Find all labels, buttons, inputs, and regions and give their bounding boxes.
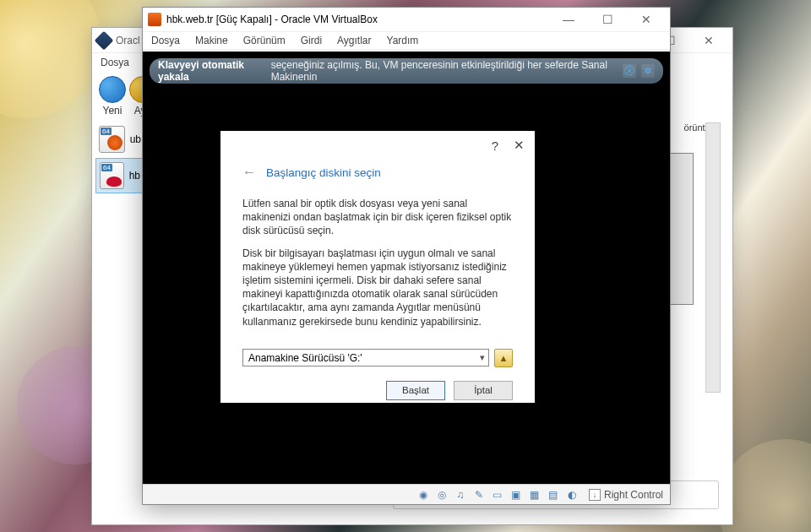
vm-item-hbk[interactable]: hb — [95, 158, 144, 193]
start-button[interactable]: Başlat — [386, 381, 445, 400]
display-icon[interactable]: ▣ — [509, 488, 523, 502]
menu-file[interactable]: Dosya — [101, 57, 129, 68]
arrow-down-icon: ↓ — [589, 489, 601, 501]
star-icon — [99, 76, 126, 103]
audio-icon[interactable]: ♫ — [454, 488, 467, 502]
browse-disk-button[interactable]: ▲ — [494, 349, 513, 367]
instruction-p1: Lütfen sanal bir optik disk dosyası veya… — [242, 197, 513, 238]
vm-list: ub hb — [95, 122, 144, 195]
vm-icon — [148, 13, 161, 26]
dialog-body: Lütfen sanal bir optik disk dosyası veya… — [220, 188, 535, 349]
close-button[interactable]: ✕ — [628, 8, 665, 31]
startup-disk-dialog: ? ✕ ← Başlangıç diskini seçin Lütfen san… — [220, 131, 535, 403]
menu-aygitlar[interactable]: Aygıtlar — [337, 35, 371, 46]
back-arrow-icon[interactable]: ← — [242, 165, 256, 180]
ubuntu-icon — [99, 126, 125, 153]
close-button[interactable]: ✕ — [514, 138, 525, 153]
statusbar: ◉ ◎ ♫ ✎ ▭ ▣ ▦ ▤ ◐ ↓ Right Control — [143, 484, 670, 504]
optical-icon[interactable]: ◎ — [435, 488, 449, 502]
host-key-indicator[interactable]: ↓ Right Control — [589, 489, 663, 501]
maximize-button[interactable]: ☐ — [589, 8, 626, 31]
vm-item-ubuntu[interactable]: ub — [95, 122, 144, 156]
scrollbar[interactable] — [705, 122, 721, 393]
window-title: hbk.web.tr [Güç Kapalı] - Oracle VM Virt… — [166, 14, 550, 25]
help-button[interactable]: ? — [492, 138, 498, 153]
minimize-button[interactable]: — — [550, 8, 587, 31]
redhat-icon — [100, 162, 124, 189]
dismiss-icon[interactable]: ⓧ — [623, 64, 636, 78]
folder-icon[interactable]: ▭ — [491, 488, 504, 502]
suppress-icon[interactable]: ✲ — [641, 64, 655, 78]
cancel-button[interactable]: İptal — [454, 381, 513, 400]
disk-dropdown[interactable]: Anamakine Sürücüsü 'G:' — [242, 349, 489, 366]
menu-yardim[interactable]: Yardım — [387, 35, 419, 46]
instruction-p2: Disk bir bilgisayarı başlatması için uyg… — [242, 247, 513, 328]
dialog-titlebar: ? ✕ — [220, 131, 535, 160]
record-icon[interactable]: ▤ — [547, 488, 560, 502]
network-icon[interactable]: ▦ — [528, 488, 542, 502]
menu-gorunum[interactable]: Görünüm — [243, 35, 286, 46]
menu-makine[interactable]: Makine — [195, 35, 228, 46]
new-vm-button[interactable]: Yeni — [99, 76, 126, 117]
vm-window: hbk.web.tr [Güç Kapalı] - Oracle VM Virt… — [142, 7, 671, 505]
usb-icon[interactable]: ✎ — [472, 488, 486, 502]
virtualbox-icon — [95, 30, 114, 50]
notification-bar: Klavyeyi otomatik yakala seçeneğiniz açı… — [150, 58, 663, 84]
dialog-title: Başlangıç diskini seçin — [266, 166, 381, 179]
close-button[interactable]: ✕ — [690, 29, 727, 52]
harddisk-icon[interactable]: ◉ — [416, 488, 430, 502]
menu-dosya[interactable]: Dosya — [151, 35, 180, 46]
menu-girdi[interactable]: Girdi — [301, 35, 322, 46]
titlebar: hbk.web.tr [Güç Kapalı] - Oracle VM Virt… — [143, 8, 670, 31]
cpu-icon[interactable]: ◐ — [565, 488, 579, 502]
vm-display: Klavyeyi otomatik yakala seçeneğiniz açı… — [143, 52, 670, 484]
menubar: Dosya Makine Görünüm Girdi Aygıtlar Yard… — [143, 31, 670, 50]
